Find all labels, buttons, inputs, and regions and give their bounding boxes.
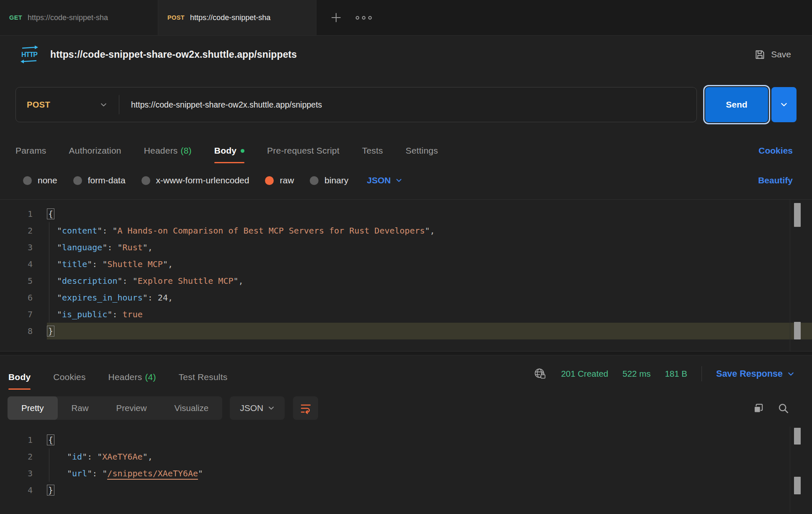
response-section-tab-cookies[interactable]: Cookies (53, 372, 85, 390)
method-value: POST (27, 100, 50, 110)
request-section-tab-authorization[interactable]: Authorization (69, 146, 121, 163)
request-section-tab-pre-request-script[interactable]: Pre-request Script (267, 146, 339, 163)
radio-unselected (310, 176, 319, 185)
code-token: " (97, 226, 102, 236)
response-section-tab-body[interactable]: Body (8, 372, 31, 390)
cookies-link[interactable]: Cookies (758, 146, 793, 163)
code-line[interactable]: 3"url": "/snippets/XAeTY6Ae" (0, 465, 812, 482)
save-response-button[interactable]: Save Response (716, 369, 794, 379)
chevron-down-icon (787, 370, 794, 378)
code-line[interactable]: 2"content": "A Hands-on Comparison of Be… (0, 222, 812, 239)
request-section-tab-headers[interactable]: Headers(8) (144, 146, 192, 163)
scrollbar-cursor-marker[interactable] (794, 477, 801, 494)
code-token: " (87, 468, 92, 478)
copy-button[interactable] (748, 398, 768, 418)
code-token: , (239, 276, 244, 286)
response-view-visualize[interactable]: Visualize (160, 396, 222, 420)
code-line[interactable]: 5"description": "Explore Shuttle MCP", (0, 272, 812, 289)
code-token: } (47, 326, 54, 337)
response-format-value: JSON (240, 403, 263, 413)
tab-label: Params (15, 146, 46, 155)
line-number: 3 (0, 239, 33, 256)
request-section-tab-tests[interactable]: Tests (362, 146, 383, 163)
code-text: "id": "XAeTY6Ae", (47, 448, 812, 465)
body-type-options: noneform-datax-www-form-urlencodedrawbin… (0, 168, 812, 193)
code-token: expires_in_hours (62, 293, 143, 303)
send-button[interactable]: Send (705, 87, 768, 122)
radio-label: form-data (88, 175, 126, 185)
code-line[interactable]: 3"language": "Rust", (0, 239, 812, 256)
code-token: language (62, 242, 102, 252)
code-token: title (62, 259, 87, 269)
code-line[interactable]: 4"title": "Shuttle MCP", (0, 256, 812, 272)
body-format-value: JSON (367, 175, 391, 185)
count-badge: (4) (145, 372, 156, 382)
response-section-tab-test-results[interactable]: Test Results (179, 372, 228, 390)
request-tab-get[interactable]: GET https://code-snippet-sha (0, 0, 158, 35)
request-title-row: HTTP https://code-snippet-share-ow2x.shu… (0, 36, 812, 73)
body-type-none[interactable]: none (23, 175, 57, 185)
response-format-select[interactable]: JSON (230, 396, 285, 420)
wrap-text-button[interactable] (293, 396, 318, 420)
request-section-tab-params[interactable]: Params (15, 146, 46, 163)
send-options-button[interactable] (771, 87, 797, 122)
save-label: Save (771, 49, 791, 59)
code-line[interactable]: 8} (0, 323, 812, 339)
new-tab-button[interactable] (322, 0, 350, 35)
code-token: " (143, 452, 148, 462)
code-token: : (87, 452, 97, 462)
method-select[interactable]: POST (16, 100, 119, 110)
code-token: : (92, 468, 102, 478)
beautify-link[interactable]: Beautify (758, 175, 793, 185)
response-body-editor[interactable]: 1{2"id": "XAeTY6Ae",3"url": "/snippets/X… (0, 427, 812, 512)
radio-label: binary (324, 175, 348, 185)
code-token: : (148, 293, 158, 303)
scrollbar-thumb[interactable] (794, 428, 801, 445)
body-type-form-data[interactable]: form-data (73, 175, 126, 185)
request-section-tab-settings[interactable]: Settings (406, 146, 438, 163)
scrollbar-thumb[interactable] (794, 203, 801, 227)
chevron-down-icon (396, 177, 402, 184)
tab-url: https://code-snippet-sha (190, 13, 307, 22)
body-type-binary[interactable]: binary (310, 175, 348, 185)
code-token: " (97, 452, 102, 462)
save-response-label: Save Response (716, 369, 783, 379)
url-input[interactable] (119, 100, 696, 110)
code-line[interactable]: 7"is_public": true (0, 306, 812, 323)
code-line[interactable]: 2"id": "XAeTY6Ae", (0, 448, 812, 465)
more-options-button[interactable] (350, 0, 378, 35)
code-line[interactable]: 1{ (0, 206, 812, 222)
body-type-x-www-form-urlencoded[interactable]: x-www-form-urlencoded (141, 175, 249, 185)
response-url-link[interactable]: /snippets/XAeTY6Ae (107, 468, 198, 480)
tab-url: https://code-snippet-sha (28, 13, 149, 22)
save-button[interactable]: Save (754, 49, 791, 60)
search-button[interactable] (773, 398, 793, 418)
pane-divider[interactable] (0, 351, 812, 355)
code-token: } (47, 485, 54, 496)
code-token: " (57, 259, 62, 269)
code-text: "content": "A Hands-on Comparison of Bes… (47, 222, 812, 239)
body-format-select[interactable]: JSON (367, 175, 402, 185)
request-section-tab-body[interactable]: Body (214, 146, 244, 163)
response-view-pretty[interactable]: Pretty (8, 396, 58, 420)
code-token: description (62, 276, 117, 286)
response-view-preview[interactable]: Preview (103, 396, 161, 420)
scrollbar-cursor-marker[interactable] (794, 322, 801, 339)
tab-label: Settings (406, 146, 438, 155)
body-type-raw[interactable]: raw (265, 175, 294, 185)
code-line[interactable]: 4} (0, 482, 812, 499)
request-tab-post[interactable]: POST https://code-snippet-sha (158, 0, 316, 35)
code-line[interactable]: 6"expires_in_hours": 24, (0, 289, 812, 306)
code-token: : (107, 242, 117, 252)
plus-icon (330, 11, 342, 24)
code-token: " (425, 226, 430, 236)
wrap-text-icon (299, 402, 312, 415)
request-body-editor[interactable]: 1{2"content": "A Hands-on Comparison of … (0, 199, 812, 351)
response-section-tab-headers[interactable]: Headers(4) (108, 372, 156, 390)
code-token: " (57, 276, 62, 286)
request-section-tabs: ParamsAuthorizationHeaders(8)BodyPre-req… (0, 132, 812, 163)
code-token: " (133, 276, 138, 286)
response-view-raw[interactable]: Raw (58, 396, 103, 420)
api-client-window: GET https://code-snippet-sha POST https:… (0, 0, 812, 512)
code-line[interactable]: 1{ (0, 432, 812, 448)
